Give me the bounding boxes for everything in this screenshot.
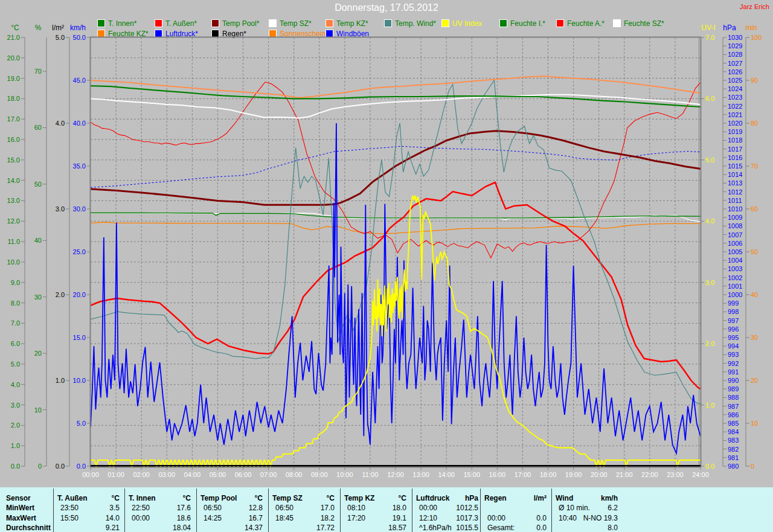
x-axis-label: 09:00 [311, 471, 328, 478]
axis-tick-label-pct: 50 [34, 181, 42, 188]
chart-plot[interactable]: 21.020.019.018.017.016.015.014.013.012.0… [0, 0, 773, 487]
table-col-unit: °C [352, 494, 406, 502]
axis-tick-label-degC: 6.0 [11, 340, 20, 347]
axis-tick-label-kmh: 35.0 [73, 162, 86, 170]
table-value-cell: 1012.5 [424, 504, 478, 512]
axis-tick-label-hpa: 980 [728, 463, 739, 470]
axis-tick-label-degC: 20.0 [7, 54, 20, 62]
axis-tick-label-uvi: 7.0 [705, 34, 714, 41]
axis-tick-label-hpa: 1019 [728, 128, 742, 135]
axis-tick-label-hpa: 998 [728, 308, 739, 315]
axis-tick-label-hpa: 1014 [728, 171, 742, 178]
series-feuchte-a [91, 82, 701, 258]
table-value-cell: 17.72 [280, 524, 335, 532]
table-row-label: MinWert [6, 504, 34, 512]
axis-tick-label-kmh: 45.0 [73, 77, 86, 84]
axis-tick-label-hpa: 994 [728, 342, 739, 350]
table-col-unit: °C [65, 494, 120, 502]
table-value-cell: N-NO 19.3 [563, 514, 618, 522]
x-axis-label: 18:00 [540, 471, 557, 478]
weather-chart-window: Donnerstag, 17.05.2012 Jarz Erich T. Inn… [0, 0, 773, 532]
axis-tick-label-degC: 1.0 [11, 442, 20, 449]
axis-tick-label-hpa: 1024 [728, 85, 742, 92]
table-col-unit: °C [136, 494, 191, 502]
table-value-cell: 18.04 [136, 524, 191, 532]
axis-title-degC: °C [11, 24, 19, 32]
axis-tick-label-hpa: 982 [728, 446, 739, 453]
axis-tick-label-degC: 13.0 [7, 197, 20, 204]
axis-tick-label-degC: 16.0 [7, 136, 20, 143]
table-divider [196, 489, 197, 532]
axis-tick-label-hpa: 1001 [728, 283, 742, 290]
stats-table: SensorMinWertMaxWertDurchschnittT. Außen… [0, 487, 773, 532]
axis-tick-label-uvi: 2.0 [705, 340, 714, 347]
x-axis-label: 24:00 [692, 471, 709, 478]
table-divider [480, 489, 481, 532]
axis-tick-label-hpa: 996 [728, 325, 739, 333]
axis-tick-label-hpa: 1003 [728, 265, 742, 272]
x-axis-label: 05:00 [210, 471, 226, 478]
axis-tick-label-minute: 50 [751, 248, 758, 255]
axis-tick-label-pct: 70 [34, 68, 42, 75]
axis-tick-label-minute: 30 [751, 334, 758, 341]
table-value-cell: 16.7 [208, 514, 263, 522]
x-axis-label: 10:00 [336, 471, 353, 478]
x-axis-label: 21:00 [616, 471, 633, 478]
x-axis-label: 08:00 [286, 471, 303, 478]
table-value-cell: 19.1 [352, 514, 406, 522]
axis-tick-label-hpa: 1005 [728, 248, 742, 255]
x-axis-label: 13:00 [412, 471, 429, 478]
axis-tick-label-degC: 19.0 [7, 75, 20, 82]
axis-tick-label-hpa: 983 [728, 437, 739, 444]
table-row-label: MaxWert [6, 514, 36, 522]
axis-tick-label-hpa: 1027 [728, 60, 742, 67]
table-divider [412, 489, 412, 532]
axis-tick-label-hpa: 993 [728, 351, 739, 358]
axis-tick-label-hpa: 1030 [728, 34, 742, 41]
axis-tick-label-degC: 21.0 [7, 34, 20, 41]
x-axis-label: 00:00 [82, 471, 99, 478]
table-value-cell: 17.6 [136, 504, 191, 512]
axis-tick-label-hpa: 987 [728, 403, 739, 410]
table-col-unit: km/h [563, 494, 618, 502]
axis-tick-label-hpa: 1012 [728, 188, 742, 196]
axis-tick-label-kmh: 50.0 [73, 34, 86, 41]
table-value-cell: 6.2 [563, 504, 618, 512]
axis-tick-label-kmh: 5.0 [77, 420, 86, 427]
x-axis-label: 20:00 [591, 471, 608, 478]
axis-tick-label-degC: 15.0 [7, 156, 20, 164]
axis-tick-label-hpa: 1017 [728, 146, 742, 153]
x-axis-label: 01:00 [107, 471, 124, 478]
x-axis-label: 02:00 [133, 471, 150, 478]
table-value-cell: 18.0 [352, 504, 406, 512]
table-value-cell: 14.0 [65, 514, 120, 522]
axis-tick-label-hpa: 986 [728, 411, 739, 418]
table-divider [53, 489, 54, 532]
table-value-cell: 0.0 [492, 514, 547, 522]
axis-tick-label-hpa: 1010 [728, 205, 742, 213]
axis-tick-label-hpa: 999 [728, 300, 739, 307]
axis-tick-label-pct: 30 [34, 293, 42, 301]
axis-tick-label-degC: 9.0 [11, 279, 20, 286]
x-axis-label: 14:00 [438, 471, 455, 478]
axis-tick-label-minute: 70 [751, 162, 758, 170]
axis-tick-label-hpa: 1018 [728, 136, 742, 144]
axis-tick-label-kmh: 25.0 [73, 248, 86, 255]
table-value-cell: 18.57 [352, 524, 406, 532]
axis-tick-label-hpa: 1011 [728, 197, 742, 204]
axis-tick-label-hpa: 997 [728, 317, 739, 324]
axis-tick-label-hpa: 1006 [728, 240, 742, 247]
table-value-cell: 18.2 [280, 514, 335, 522]
axis-tick-label-minute: 60 [751, 205, 758, 213]
axis-tick-label-kmh: 40.0 [73, 120, 86, 127]
x-axis-label: 16:00 [489, 471, 506, 478]
axis-tick-label-minute: 10 [751, 420, 758, 427]
x-axis-label: 11:00 [362, 471, 379, 478]
axis-tick-label-hpa: 1023 [728, 94, 742, 101]
axis-tick-label-lm2: 1.0 [56, 377, 65, 384]
axis-tick-label-lm2: 0.0 [56, 463, 65, 470]
table-row-label: Durchschnitt [6, 524, 51, 532]
axis-tick-label-lm2: 5.0 [56, 34, 65, 41]
axis-tick-label-degC: 17.0 [7, 115, 20, 123]
axis-title-minute: min [745, 24, 757, 32]
